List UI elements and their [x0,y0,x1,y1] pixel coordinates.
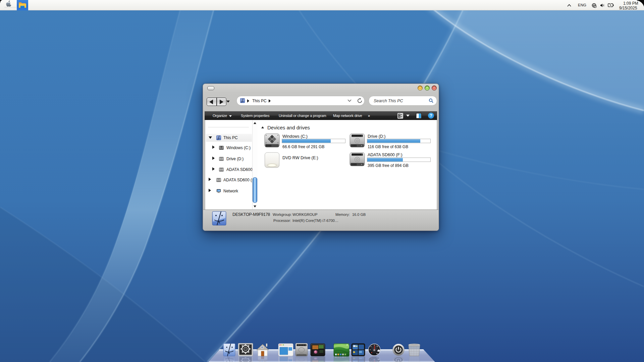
svg-text:♫: ♫ [376,345,378,347]
